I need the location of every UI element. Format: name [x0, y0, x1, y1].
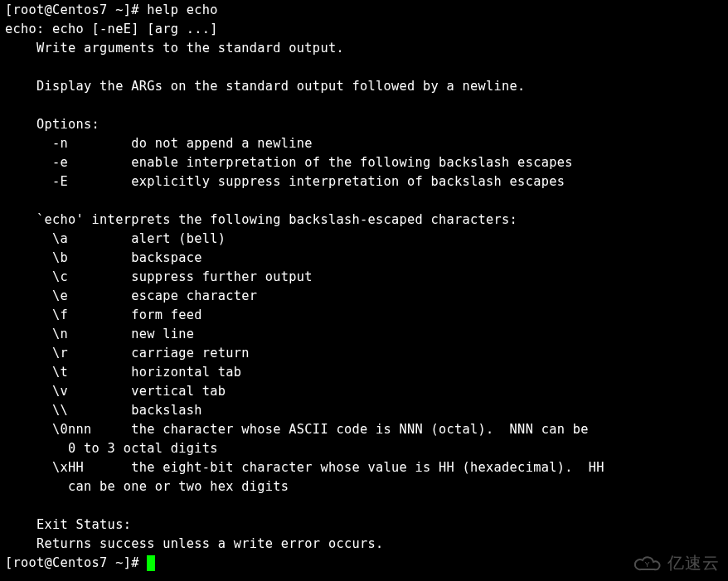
escape-a: \a alert (bell) [5, 230, 723, 249]
prompt-line-idle[interactable]: [root@Centos7 ~]# [5, 554, 723, 573]
watermark: Y 亿速云 [633, 554, 720, 573]
option-E: -E explicitly suppress interpretation of… [5, 172, 723, 191]
escape-f: \f form feed [5, 306, 723, 325]
description: Display the ARGs on the standard output … [5, 77, 723, 96]
escape-octal: \0nnn the character whose ASCII code is … [5, 420, 723, 439]
terminal-window[interactable]: [root@Centos7 ~]# help echo echo: echo [… [5, 1, 723, 573]
cloud-icon: Y [633, 554, 662, 573]
exit-status-header: Exit Status: [5, 516, 723, 535]
escape-v: \v vertical tab [5, 382, 723, 401]
prompt: [root@Centos7 ~]# [5, 555, 147, 570]
blank [5, 191, 723, 211]
blank [5, 496, 723, 516]
blank [5, 96, 723, 115]
escape-c: \c suppress further output [5, 268, 723, 287]
prompt: [root@Centos7 ~]# [5, 2, 147, 17]
synopsis: echo: echo [-neE] [arg ...] [5, 20, 723, 39]
escape-t: \t horizontal tab [5, 363, 723, 382]
option-n: -n do not append a newline [5, 134, 723, 153]
entered-command: help echo [147, 2, 218, 17]
escape-hex-cont: can be one or two hex digits [5, 477, 723, 496]
svg-text:Y: Y [644, 560, 650, 569]
summary: Write arguments to the standard output. [5, 39, 723, 58]
escape-e: \e escape character [5, 287, 723, 306]
escape-b: \b backspace [5, 249, 723, 268]
watermark-text: 亿速云 [667, 554, 720, 573]
options-header: Options: [5, 115, 723, 134]
option-e: -e enable interpretation of the followin… [5, 153, 723, 172]
escapes-header: `echo' interprets the following backslas… [5, 211, 723, 230]
escape-octal-cont: 0 to 3 octal digits [5, 439, 723, 458]
escape-hex: \xHH the eight-bit character whose value… [5, 458, 723, 477]
blank [5, 58, 723, 77]
exit-status-text: Returns success unless a write error occ… [5, 535, 723, 554]
cursor-block [147, 555, 155, 571]
escape-r: \r carriage return [5, 344, 723, 363]
escape-backslash: \\ backslash [5, 401, 723, 420]
escape-n: \n new line [5, 325, 723, 344]
prompt-line: [root@Centos7 ~]# help echo [5, 1, 723, 20]
